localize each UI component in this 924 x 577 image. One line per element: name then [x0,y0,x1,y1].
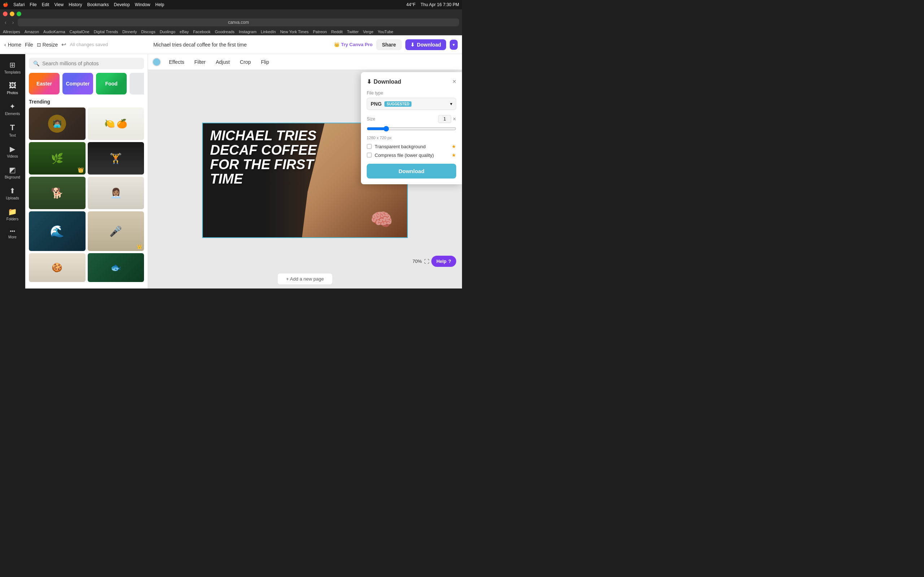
sidebar-item-folders[interactable]: 📁 Folders [2,205,24,224]
photo-item-9[interactable]: 🍪 [29,253,86,282]
search-box[interactable]: 🔍 [29,58,144,69]
resize-button[interactable]: ⊡ Resize [37,42,58,48]
close-window-button[interactable] [3,11,8,16]
bookmark-allrecipes[interactable]: Allrecipes [3,29,20,34]
bookmark-twitter[interactable]: Twitter [347,29,359,34]
photo-item-10[interactable]: 🐟 [88,253,144,282]
menu-view[interactable]: View [54,2,63,7]
text-label: Text [9,134,16,137]
transparent-star-icon: ★ [452,143,456,149]
add-page-button[interactable]: + Add a new page [277,273,333,285]
sidebar-item-elements[interactable]: ✦ Elements [2,99,24,119]
flip-button[interactable]: Flip [259,58,271,66]
download-dialog: ⬇ Download × File type PNG SUGGESTED ▾ S… [361,72,462,184]
filetype-name: PNG [371,101,381,107]
bookmark-duolingo[interactable]: Duolingo [160,29,175,34]
back-button[interactable]: ‹ [3,19,8,26]
filetype-select[interactable]: PNG SUGGESTED ▾ [367,98,456,110]
forward-button[interactable]: › [10,19,16,26]
menu-file[interactable]: File [30,2,36,7]
download-dialog-title: Download [373,79,401,85]
bookmark-linkedin[interactable]: LinkedIn [261,29,276,34]
help-button[interactable]: Help ? [431,256,456,267]
photo-item-1[interactable]: 👩🏽‍💻 [29,108,86,140]
bookmark-nyt[interactable]: New York Times [280,29,309,34]
sidebar-item-videos[interactable]: ▶ Videos [2,142,24,161]
photo-item-8[interactable]: 🎤 👑 [88,211,144,251]
mac-menubar: 🍎 Safari File Edit View History Bookmark… [0,0,462,10]
close-dialog-button[interactable]: × [452,78,456,85]
undo-button[interactable]: ↩ [61,41,66,48]
chip-easter[interactable]: Easter [29,73,60,95]
address-bar[interactable] [18,18,459,26]
bookmark-youtube[interactable]: YouTube [378,29,393,34]
bookmark-digitaltrends[interactable]: Digital Trends [94,29,118,34]
photo-item-5[interactable]: 🐕 [29,177,86,209]
color-picker[interactable] [152,58,161,66]
menu-edit[interactable]: Edit [42,2,50,7]
sidebar-item-templates[interactable]: ⊞ Templates [2,58,24,77]
size-section: Size ✕ 1280 x 720 px [367,115,456,140]
sidebar-item-background[interactable]: ◩ Bkground [2,163,24,182]
download-header-button[interactable]: ⬇ Download [405,39,446,50]
try-pro-button[interactable]: 👑 Try Canva Pro [334,42,373,47]
background-label: Bkground [5,175,20,179]
apple-icon[interactable]: 🍎 [3,2,8,7]
menu-help[interactable]: Help [155,2,164,7]
filter-button[interactable]: Filter [192,58,208,66]
bookmark-patreon[interactable]: Patreon [313,29,327,34]
bookmark-capitalone[interactable]: CapitalOne [69,29,89,34]
chip-more-arrow[interactable]: › [129,73,144,95]
uploads-label: Uploads [6,196,19,200]
chip-food[interactable]: Food [96,73,127,95]
bookmark-facebook[interactable]: Facebook [193,29,210,34]
adjust-button[interactable]: Adjust [214,58,232,66]
photo-item-7[interactable]: 🌊 [29,211,86,251]
dialog-title: ⬇ Download [367,78,401,85]
sidebar-item-uploads[interactable]: ⬆ Uploads [2,184,24,203]
menu-safari[interactable]: Safari [13,2,24,7]
bookmark-dinnerly[interactable]: Dinnerly [122,29,137,34]
compress-checkbox[interactable] [367,153,372,158]
photo-item-3[interactable]: 🌿 👑 👑 [29,142,86,174]
elements-label: Elements [5,112,20,116]
bookmark-verge[interactable]: Verge [363,29,373,34]
photo-item-2[interactable]: 🍋🍊 [88,108,144,140]
bookmark-instagram[interactable]: Instagram [239,29,257,34]
maximize-window-button[interactable] [16,11,21,16]
menu-window[interactable]: Window [135,2,150,7]
effects-button[interactable]: Effects [167,58,187,66]
photos-panel: 🔍 Easter Computer Food › [25,54,148,288]
home-label: Home [8,42,21,48]
chip-computer[interactable]: Computer [63,73,93,95]
photo-item-4[interactable]: 🏋️ [88,142,144,174]
file-button[interactable]: File [25,42,33,48]
size-input[interactable] [438,115,451,123]
size-slider[interactable] [367,126,456,132]
menu-history[interactable]: History [69,2,82,7]
download-chevron-button[interactable]: ▾ [450,40,458,50]
download-dialog-icon: ⬇ [367,78,372,85]
zoom-expand-icon[interactable]: ⛶ [424,259,429,264]
sidebar-item-photos[interactable]: 🖼 Photos [2,79,24,98]
home-button[interactable]: ‹ Home [4,42,21,48]
dialog-download-button[interactable]: Download [367,164,456,179]
sidebar-item-more[interactable]: ••• More [2,226,24,242]
photo-grid: 👩🏽‍💻 🍋🍊 🌿 👑 👑 🏋️ [29,108,144,282]
transparent-checkbox[interactable] [367,144,372,149]
templates-icon: ⊞ [10,61,16,69]
photo-item-6[interactable]: 👩🏽‍💼 [88,177,144,209]
bookmark-discogs[interactable]: Discogs [141,29,155,34]
bookmark-reddit[interactable]: Reddit [331,29,343,34]
bookmark-ebay[interactable]: eBay [180,29,189,34]
bookmark-audiokarma[interactable]: AudioKarma [43,29,65,34]
search-input[interactable] [42,61,140,66]
share-button[interactable]: Share [376,39,402,50]
bookmark-goodreads[interactable]: Goodreads [215,29,234,34]
minimize-window-button[interactable] [10,11,15,16]
menu-develop[interactable]: Develop [114,2,130,7]
menu-bookmarks[interactable]: Bookmarks [87,2,109,7]
sidebar-item-text[interactable]: T Text [2,120,24,140]
bookmark-amazon[interactable]: Amazon [24,29,39,34]
crop-button[interactable]: Crop [238,58,253,66]
